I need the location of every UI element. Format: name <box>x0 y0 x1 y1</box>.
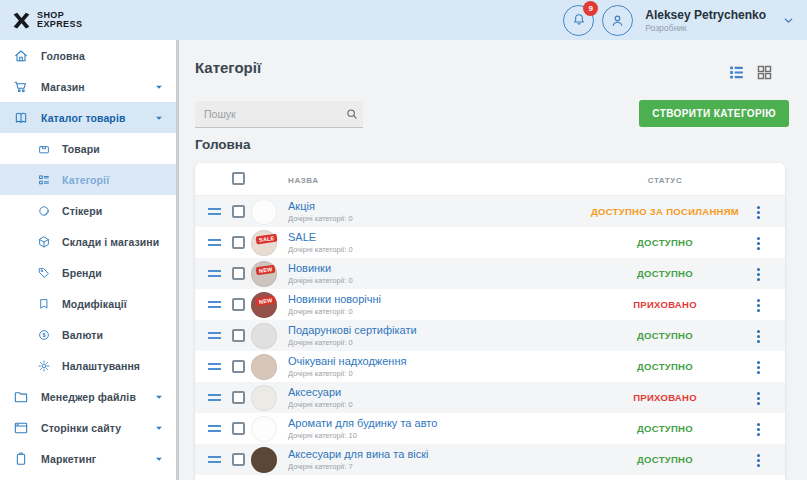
sidebar-item-label: Модифікації <box>62 298 127 310</box>
sidebar-item-modifications[interactable]: Модифікації <box>0 288 176 319</box>
row-menu-kebab-icon[interactable] <box>754 204 763 221</box>
category-thumbnail: NEW <box>251 292 277 318</box>
top-header: SHOP EXPRESS 9 Aleksey Petrychenko Розро… <box>0 0 807 40</box>
sidebar-item-marketing[interactable]: Маркетинг <box>0 443 176 474</box>
category-name-link[interactable]: SALE <box>288 231 316 243</box>
row-checkbox[interactable] <box>232 267 245 280</box>
thumbnail-badge: NEW <box>256 295 276 306</box>
sidebar-item-categories[interactable]: Категорії <box>0 164 176 195</box>
drag-handle-icon[interactable] <box>208 332 221 339</box>
category-name-link[interactable]: Аксесуари <box>288 386 341 398</box>
sidebar-item-shop[interactable]: Магазин <box>0 71 176 102</box>
logo-line2: EXPRESS <box>37 20 82 29</box>
category-children-count: Дочірні категорії: 10 <box>288 431 357 440</box>
table-row: NEW Новинки Дочірні категорії: 0 ДОСТУПН… <box>195 258 785 289</box>
category-name-link[interactable]: Очікувані надходження <box>288 355 406 367</box>
browser-icon <box>13 420 29 436</box>
table-row: Очікувані надходження Дочірні категорії:… <box>195 351 785 382</box>
row-menu-kebab-icon[interactable] <box>754 328 763 345</box>
drag-handle-icon[interactable] <box>208 208 221 215</box>
sidebar-item-label: Маркетинг <box>41 453 96 465</box>
avatar[interactable] <box>602 5 633 36</box>
row-checkbox[interactable] <box>232 360 245 373</box>
drag-handle-icon[interactable] <box>208 239 221 246</box>
category-name-link[interactable]: Аксесуари для вина та віскі <box>288 448 428 460</box>
drag-handle-icon[interactable] <box>208 270 221 277</box>
home-icon <box>13 48 29 64</box>
sticker-icon <box>37 204 51 218</box>
sidebar-item-pages[interactable]: Сторінки сайту <box>0 412 176 443</box>
category-name-link[interactable]: Подарункові сертифікати <box>288 324 417 336</box>
create-category-button[interactable]: СТВОРИТИ КАТЕГОРІЮ <box>639 100 789 127</box>
row-menu-kebab-icon[interactable] <box>754 452 763 469</box>
category-children-count: Дочірні категорії: 0 <box>288 400 353 409</box>
category-name-link[interactable]: Акція <box>288 200 315 212</box>
chevron-down-icon <box>154 113 164 123</box>
catalog-icon <box>13 110 29 126</box>
list-view-icon[interactable] <box>728 64 745 81</box>
category-name-link[interactable]: Новинки новорічні <box>288 293 381 305</box>
row-checkbox[interactable] <box>232 298 245 311</box>
table-row: Аромати для будинку та авто Дочірні кате… <box>195 413 785 444</box>
row-checkbox[interactable] <box>232 205 245 218</box>
notification-badge: 9 <box>583 1 598 16</box>
gear-icon <box>37 359 51 373</box>
sidebar-item-brands[interactable]: Бренди <box>0 257 176 288</box>
drag-handle-icon[interactable] <box>208 363 221 370</box>
status-badge: ДОСТУПНО <box>585 330 745 341</box>
sidebar-scrollbar[interactable] <box>176 40 179 480</box>
row-menu-kebab-icon[interactable] <box>754 421 763 438</box>
sidebar-item-stickers[interactable]: Стікери <box>0 195 176 226</box>
row-checkbox[interactable] <box>232 329 245 342</box>
sidebar-item-files[interactable]: Менеджер файлів <box>0 381 176 412</box>
column-header-name: НАЗВА <box>288 176 319 185</box>
category-name-link[interactable]: Аромати для будинку та авто <box>288 417 437 429</box>
status-badge: ДОСТУПНО <box>585 423 745 434</box>
sidebar-item-catalog[interactable]: Каталог товарів <box>0 102 176 133</box>
status-badge: ПРИХОВАНО <box>585 299 745 310</box>
app-logo[interactable]: SHOP EXPRESS <box>0 10 82 31</box>
table-header: НАЗВА СТАТУС <box>195 163 785 196</box>
table-row: Акція Дочірні категорії: 0 ДОСТУПНО ЗА П… <box>195 196 785 227</box>
category-children-count: Дочірні категорії: 0 <box>288 276 353 285</box>
table-row: Подарункові сертифікати Дочірні категорі… <box>195 320 785 351</box>
row-checkbox[interactable] <box>232 453 245 466</box>
table-row: SALE SALE Дочірні категорії: 0 ДОСТУПНО <box>195 227 785 258</box>
cart-icon <box>13 79 29 95</box>
products-icon <box>37 142 51 156</box>
sidebar-item-warehouses[interactable]: Склади і магазини <box>0 226 176 257</box>
user-menu-chevron-down-icon[interactable] <box>782 14 795 27</box>
bookmark-icon <box>37 297 51 311</box>
row-menu-kebab-icon[interactable] <box>754 359 763 376</box>
table-row: Аксесуари Дочірні категорії: 0 ПРИХОВАНО <box>195 382 785 413</box>
row-menu-kebab-icon[interactable] <box>754 266 763 283</box>
notifications-button[interactable]: 9 <box>563 5 594 36</box>
drag-handle-icon[interactable] <box>208 394 221 401</box>
user-role: Розробник <box>645 23 766 33</box>
row-menu-kebab-icon[interactable] <box>754 390 763 407</box>
sidebar-item-products[interactable]: Товари <box>0 133 176 164</box>
status-badge: ПРИХОВАНО <box>585 392 745 403</box>
table-row: Аксесуари для вина та віскі Дочірні кате… <box>195 444 785 475</box>
search-field <box>195 101 363 128</box>
row-checkbox[interactable] <box>232 422 245 435</box>
category-children-count: Дочірні категорії: 0 <box>288 338 353 347</box>
select-all-checkbox[interactable] <box>232 172 245 185</box>
search-input[interactable] <box>195 108 345 120</box>
search-icon[interactable] <box>345 107 367 121</box>
sidebar-item-home[interactable]: Головна <box>0 40 176 71</box>
sidebar-item-label: Товари <box>62 143 100 155</box>
sidebar-item-currencies[interactable]: $ Валюти <box>0 319 176 350</box>
category-name-link[interactable]: Новинки <box>288 262 331 274</box>
sidebar-item-label: Категорії <box>62 174 109 186</box>
row-menu-kebab-icon[interactable] <box>754 297 763 314</box>
row-checkbox[interactable] <box>232 391 245 404</box>
grid-view-icon[interactable] <box>756 64 773 81</box>
category-thumbnail: SALE <box>251 230 277 256</box>
row-menu-kebab-icon[interactable] <box>754 235 763 252</box>
row-checkbox[interactable] <box>232 236 245 249</box>
drag-handle-icon[interactable] <box>208 301 221 308</box>
drag-handle-icon[interactable] <box>208 425 221 432</box>
drag-handle-icon[interactable] <box>208 456 221 463</box>
sidebar-item-settings[interactable]: Налаштування <box>0 350 176 381</box>
